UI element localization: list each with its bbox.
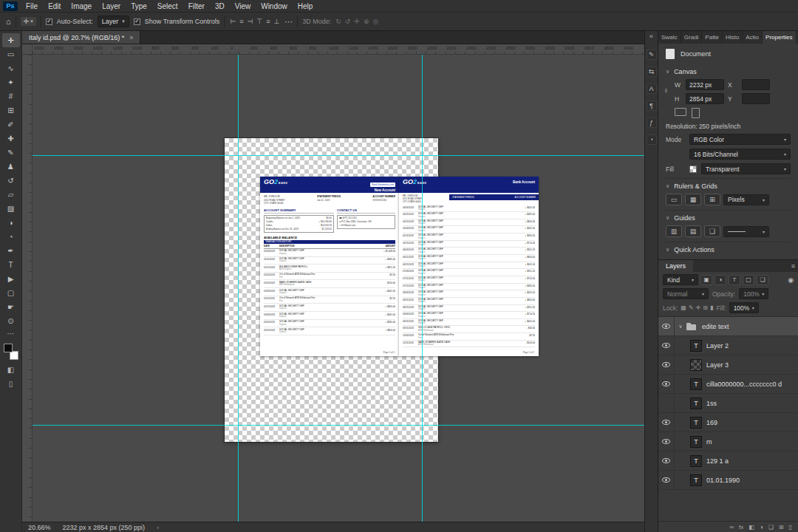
ruler-origin-corner[interactable] (22, 44, 33, 55)
layer-name[interactable]: 01.01.1990 (706, 477, 740, 484)
delete-layer-icon[interactable]: ▯ (789, 524, 792, 531)
layer-name[interactable]: m (706, 438, 712, 446)
visibility-toggle[interactable] (658, 317, 675, 335)
x-input[interactable] (742, 79, 770, 90)
height-input[interactable]: 2854 px (686, 93, 724, 104)
crop-tool[interactable]: # (2, 89, 20, 103)
align-top-icon[interactable]: ⊤ (256, 18, 263, 25)
layer-group-icon[interactable]: ❏ (768, 524, 774, 531)
edit-toolbar-icon[interactable]: ⋯ (7, 330, 15, 338)
tab-patterns[interactable]: Patte (702, 31, 723, 44)
layer-name[interactable]: cilla0000000...ccccccc0 d (706, 381, 782, 388)
rectangular-marquee-tool[interactable]: ▭ (2, 47, 20, 61)
guide-style-select[interactable]: ▾ (723, 226, 769, 237)
tab-swatches[interactable]: Swatc (658, 31, 681, 44)
quick-selection-tool[interactable]: ✦ (2, 75, 20, 89)
layer-thumbnail[interactable] (690, 455, 702, 467)
clone-source-panel-icon[interactable]: ⇆ (647, 66, 657, 77)
filter-shape-layers-icon[interactable]: ▢ (743, 275, 754, 285)
lock-transparent-icon[interactable]: ▦ (681, 304, 686, 311)
align-left-icon[interactable]: ⊢ (229, 18, 236, 25)
zoom-level[interactable]: 20.66% (28, 524, 51, 531)
eyedropper-tool[interactable]: ✐ (2, 117, 20, 132)
visibility-toggle[interactable] (658, 471, 675, 489)
link-dimensions-icon[interactable]: ∞ (663, 89, 669, 93)
portrait-orientation-icon[interactable] (692, 108, 700, 118)
layer-thumbnail[interactable] (690, 474, 702, 486)
visibility-toggle[interactable] (658, 432, 675, 451)
path-selection-tool[interactable]: ▶ (2, 272, 20, 286)
layer-mask-icon[interactable]: ◧ (748, 524, 754, 531)
menu-item[interactable]: Filter (183, 0, 210, 13)
document-tab[interactable]: Italy id.psd @ 20.7% (RGB/16) * × (22, 31, 140, 44)
grid-toggle-icon[interactable]: ▦ (685, 194, 701, 205)
align-bottom-icon[interactable]: ⊥ (273, 18, 280, 25)
opacity-input[interactable]: 100%▾ (739, 288, 768, 299)
healing-brush-tool[interactable]: ✚ (2, 132, 20, 146)
auto-select-checkbox[interactable]: ✓ (46, 18, 52, 25)
character-panel-icon[interactable]: A (647, 83, 657, 94)
fill-input[interactable]: 100%▾ (729, 302, 759, 313)
pen-tool[interactable]: ✒ (2, 244, 20, 258)
layer-name[interactable]: 129 1 a (706, 457, 729, 465)
clear-guides-icon[interactable]: ❏ (704, 225, 720, 237)
canvas-section-header[interactable]: ∨ Canvas (666, 64, 791, 78)
adjustment-layer-icon[interactable]: ◑ (760, 524, 763, 531)
y-input[interactable] (742, 93, 770, 104)
layer-row[interactable]: ∨ Layer 2 (658, 336, 798, 355)
paragraph-panel-icon[interactable]: ¶ (647, 100, 657, 111)
align-middle-icon[interactable]: ≡ (265, 18, 270, 25)
menu-item[interactable]: Layer (97, 0, 126, 13)
zoom-tool[interactable]: ⊙ (2, 314, 20, 328)
align-right-icon[interactable]: ⊣ (246, 18, 253, 25)
fill-swatch-icon[interactable] (689, 166, 697, 173)
horizontal-guide[interactable] (33, 155, 644, 156)
auto-select-target-dropdown[interactable]: Layer▾ (98, 16, 129, 27)
gradient-tool[interactable]: ▨ (2, 202, 20, 216)
blend-mode-select[interactable]: Normal▾ (663, 288, 709, 299)
link-layers-icon[interactable]: ∞ (729, 524, 734, 531)
layer-thumbnail[interactable] (686, 321, 698, 332)
landscape-orientation-icon[interactable] (675, 108, 686, 116)
layer-row[interactable]: ∨ 169 (658, 413, 798, 432)
visibility-toggle[interactable] (658, 451, 675, 470)
filter-adjustment-layers-icon[interactable]: ◑ (715, 275, 726, 285)
tab-properties[interactable]: Properties (763, 31, 796, 44)
vertical-guide[interactable] (238, 55, 239, 522)
brush-tool[interactable]: ✎ (2, 146, 20, 160)
canvas-fill-select[interactable]: Transparent▾ (701, 163, 791, 174)
snap-toggle-icon[interactable]: ⊞ (704, 194, 720, 205)
color-swatches[interactable] (3, 344, 19, 360)
home-icon[interactable]: ⌂ (6, 17, 11, 26)
layer-row[interactable]: ∨ Layer 3 (658, 355, 798, 375)
layer-row[interactable]: ∨ 129 1 a (658, 451, 798, 471)
visibility-toggle[interactable] (658, 375, 675, 393)
eraser-tool[interactable]: ▱ (2, 188, 20, 202)
smart-guides-icon[interactable]: ▤ (685, 225, 701, 237)
menu-item[interactable]: 3D (210, 0, 230, 13)
filter-type-layers-icon[interactable]: T (729, 275, 740, 285)
menu-item[interactable]: Edit (43, 0, 66, 13)
layer-row[interactable]: ∨ 1ss (658, 394, 798, 413)
units-select[interactable]: Pixels▾ (723, 194, 769, 205)
layer-name[interactable]: Layer 2 (706, 342, 729, 349)
layer-name[interactable]: edite text (702, 323, 729, 330)
more-options-icon[interactable]: ⋯ (284, 17, 293, 27)
tab-gradients[interactable]: Gradi (681, 31, 703, 44)
layer-thumbnail[interactable] (690, 417, 702, 429)
menu-item[interactable]: Help (293, 0, 318, 13)
canvas[interactable]: GO2BANK Bank-Statements.com New Account … (33, 55, 644, 522)
quick-actions-section-header[interactable]: ∨ Quick Actions (666, 242, 791, 256)
lock-pixels-icon[interactable]: ✎ (689, 304, 694, 311)
lock-position-icon[interactable]: ✛ (696, 304, 701, 311)
lock-all-icon[interactable]: ▮ (710, 304, 713, 311)
guides-section-header[interactable]: ∨ Guides (666, 210, 791, 225)
current-tool-chip[interactable]: ✛▾ (21, 17, 36, 26)
menu-item[interactable]: Select (152, 0, 183, 13)
horizontal-ruler[interactable]: 2000180016001400120010008006004002000200… (33, 44, 644, 55)
layer-name[interactable]: Layer 3 (706, 361, 729, 369)
vertical-ruler[interactable] (22, 55, 33, 522)
history-brush-tool[interactable]: ↺ (2, 174, 20, 188)
libraries-panel-icon[interactable]: ◔ (647, 134, 657, 145)
shape-tool[interactable]: ▢ (2, 286, 20, 300)
